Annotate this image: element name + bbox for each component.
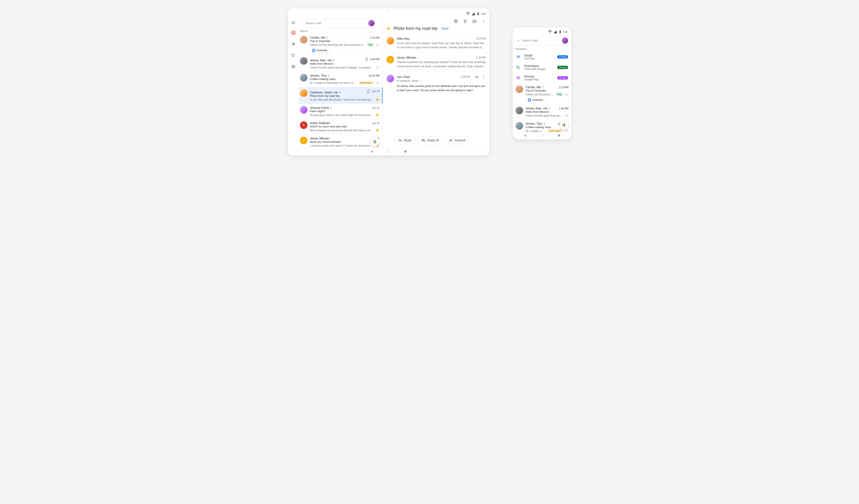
- star-toggle[interactable]: [375, 81, 380, 85]
- conversation-pane: Photo from my road trip Travel Mike Ray2…: [383, 17, 489, 148]
- compose-fab[interactable]: [560, 120, 569, 129]
- nav-home[interactable]: [541, 135, 543, 137]
- conversation-star[interactable]: [387, 27, 391, 31]
- thread-avatar[interactable]: [515, 107, 523, 114]
- thread-avatar[interactable]: [300, 36, 307, 44]
- thread-item[interactable]: Jeroen, Tino212:57 PMCoffee-making class…: [299, 72, 382, 87]
- thread-names: Cecilia, Nik: [526, 85, 541, 89]
- forum-icon: [291, 65, 296, 69]
- system-nav-bar: [288, 148, 489, 155]
- thread-avatar[interactable]: [300, 57, 307, 65]
- thread-avatar[interactable]: [300, 89, 307, 97]
- thread-snippet: Check out the planning doc and comment o…: [310, 43, 365, 46]
- message-item[interactable]: Mike Ray2:13 PMHi all, Here are the phot…: [383, 34, 489, 53]
- label-chip[interactable]: Reservation: [548, 129, 563, 132]
- account-avatar[interactable]: [368, 20, 375, 26]
- tablet-device: 5:00 INBOX: [288, 9, 489, 155]
- category-forums[interactable]: ForumsGoogle Play25 new: [513, 73, 572, 83]
- thread-item[interactable]: JJesse JillissenApr 28Book you recommend…: [299, 135, 382, 148]
- status-time: 5:00: [563, 31, 568, 33]
- category-social[interactable]: SocialYouTube12 new: [513, 52, 572, 62]
- category-badge: 12 new: [557, 55, 568, 59]
- rail-social[interactable]: [290, 41, 297, 47]
- thread-avatar[interactable]: [300, 74, 307, 81]
- thread-avatar[interactable]: [387, 37, 394, 45]
- more-button[interactable]: [482, 19, 486, 23]
- attachment-chip[interactable]: Yosemite…: [526, 98, 548, 102]
- star-toggle[interactable]: [375, 65, 380, 69]
- thread-subject: RSVP for lunch and bike ride!: [310, 125, 380, 128]
- phone-search-input[interactable]: [522, 38, 559, 43]
- star-toggle[interactable]: [375, 97, 380, 101]
- thread-item[interactable]: Cecilia, Nik22:13 PMTrip to YosemiteChec…: [299, 34, 382, 55]
- attachment-icon: [365, 57, 369, 61]
- category-promotions[interactable]: PromotionsThink with Google18 new: [513, 62, 572, 73]
- account-avatar[interactable]: [562, 37, 568, 44]
- thread-snippet: Check out the planning doc…: [526, 93, 555, 96]
- thread-item[interactable]: Jenna, Alan, me31:40 PMHello from Mexico…: [299, 55, 382, 72]
- message-from: Jun Chao: [397, 75, 410, 79]
- thread-names: Cecilia, Nik: [310, 36, 325, 39]
- reply-all-icon: [421, 138, 426, 142]
- thread-item[interactable]: Cameron, Jesse, me3Apr 28Photo from my r…: [299, 87, 382, 104]
- rail-primary[interactable]: [290, 29, 297, 36]
- thread-snippet: Check out this place that we're st…: [526, 114, 563, 117]
- star-toggle[interactable]: [375, 113, 380, 117]
- delete-button[interactable]: [463, 19, 467, 23]
- inbox-section-label: INBOX: [299, 29, 382, 34]
- thread-avatar[interactable]: J: [387, 56, 394, 63]
- attachment-name: Yosemite…: [532, 98, 545, 101]
- more-icon[interactable]: [482, 75, 486, 79]
- search-input[interactable]: [305, 21, 366, 25]
- mark-unread-button[interactable]: [472, 19, 477, 23]
- archive-button[interactable]: [454, 19, 458, 23]
- nav-back[interactable]: [524, 135, 526, 137]
- reply-all-button[interactable]: Reply all: [418, 136, 442, 144]
- conversation-label-chip[interactable]: Travel: [440, 27, 449, 30]
- star-toggle[interactable]: [375, 128, 380, 132]
- forward-button[interactable]: Forward: [445, 136, 469, 144]
- nav-recent[interactable]: [558, 135, 560, 137]
- rail-forums[interactable]: [290, 63, 297, 70]
- label-chip[interactable]: Reservation: [359, 81, 374, 84]
- plus-icon: [373, 140, 377, 144]
- phone-search-field[interactable]: [515, 36, 569, 45]
- rail-promotions[interactable]: [290, 52, 297, 59]
- star-toggle[interactable]: [375, 43, 380, 47]
- thread-avatar[interactable]: [515, 85, 523, 93]
- thread-list[interactable]: Cecilia, Nik22:13 PMTrip to YosemiteChec…: [299, 34, 382, 148]
- thread-count: 3: [339, 91, 341, 94]
- thread-names: Jeroen, Tino: [526, 122, 542, 125]
- star-toggle[interactable]: [564, 92, 569, 96]
- message-item[interactable]: JJesse Jillissen2:25 PMThanks Cameron fo…: [383, 53, 489, 72]
- category-title: Promotions: [524, 64, 554, 68]
- nav-back[interactable]: [371, 151, 373, 153]
- nav-recent[interactable]: [404, 151, 406, 153]
- label-chip[interactable]: Trip: [556, 93, 563, 96]
- message-recipients[interactable]: to cameron, Jesse: [397, 79, 486, 82]
- menu-icon[interactable]: [291, 20, 296, 25]
- thread-item[interactable]: Jessica Carey2Apr 28Paint Night?Do you g…: [299, 104, 382, 119]
- forward-icon: [449, 138, 453, 142]
- thread-avatar[interactable]: [515, 122, 523, 129]
- nav-home[interactable]: [387, 151, 390, 153]
- thread-avatar[interactable]: [387, 75, 394, 82]
- menu-icon[interactable]: [517, 38, 519, 43]
- attachment-chip[interactable]: Yosemite…: [310, 48, 332, 53]
- thread-item[interactable]: AAsher RabbaniApr 28RSVP for lunch and b…: [299, 119, 382, 135]
- message-item[interactable]: Jun Chao2:25 PM to cameron, JesseHi Jess…: [383, 72, 489, 96]
- star-toggle[interactable]: [564, 113, 569, 117]
- reply-bar: Reply Reply all Forward: [383, 133, 489, 148]
- thread-item[interactable]: Cecilia, Nik22:13 PMTrip to YosemiteChec…: [513, 83, 572, 104]
- label-chip[interactable]: Trip: [367, 43, 374, 46]
- thread-avatar[interactable]: J: [300, 137, 307, 144]
- thread-avatar[interactable]: [300, 106, 307, 114]
- compose-fab[interactable]: [370, 137, 380, 146]
- thread-names: Jenna, Alan, me: [526, 107, 547, 110]
- docs-icon: [528, 98, 531, 101]
- reply-icon[interactable]: [474, 75, 479, 79]
- thread-item[interactable]: Jenna, Alan, me31:40 PMHello from Mexico…: [513, 104, 572, 120]
- reply-button[interactable]: Reply: [394, 136, 415, 144]
- thread-avatar[interactable]: A: [300, 121, 307, 129]
- search-field[interactable]: [302, 19, 376, 27]
